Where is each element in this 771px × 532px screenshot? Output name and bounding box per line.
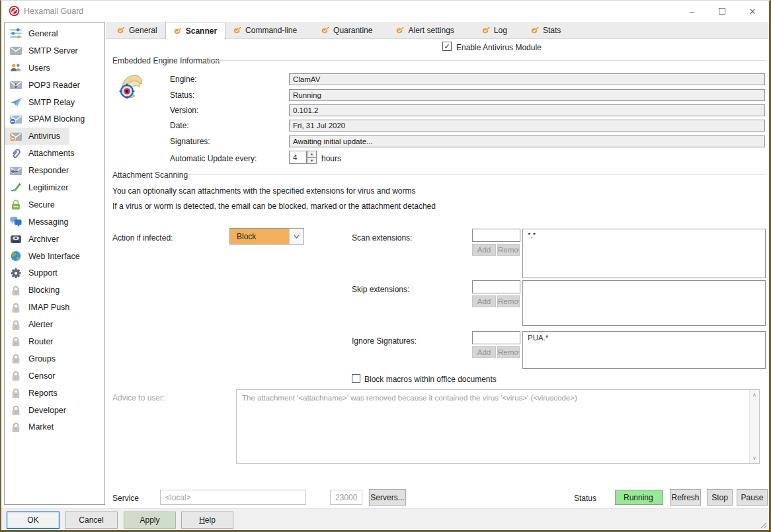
sidebar-item-smtp-server[interactable]: SMTP Server: [5, 42, 104, 59]
sidebar-item-imap-push[interactable]: IMAP Push: [5, 299, 104, 316]
spinner-down-icon[interactable]: ▼: [307, 158, 317, 165]
sidebar-item-users[interactable]: Users: [5, 59, 104, 77]
tab-icon: [396, 26, 404, 34]
cancel-button[interactable]: Cancel: [65, 512, 118, 529]
sidebar-item-web-interface[interactable]: Web Interface: [5, 248, 104, 265]
sidebar-item-secure[interactable]: Secure: [5, 196, 104, 213]
scanning-group-title: Attachment Scanning: [112, 171, 188, 180]
service-port-input[interactable]: 23000: [330, 490, 362, 505]
lock-icon: [9, 422, 22, 433]
sidebar-item-label: SMTP Relay: [28, 98, 75, 107]
ok-button[interactable]: OK: [7, 512, 60, 529]
selected-action: Block: [230, 229, 289, 244]
tab-quarantine[interactable]: Quarantine: [313, 22, 380, 38]
sidebar-item-support[interactable]: Support: [5, 264, 104, 282]
enable-antivirus-checkbox[interactable]: ✓: [442, 42, 452, 51]
sidebar-item-label: Groups: [28, 354, 56, 363]
skip-add-button[interactable]: Add: [472, 295, 496, 307]
envelope-download-icon: [9, 79, 22, 91]
sidebar-item-antivirus[interactable]: Antivirus: [5, 128, 69, 145]
sidebar-item-archiver[interactable]: Archiver: [5, 231, 104, 248]
app-icon: [9, 5, 20, 17]
sidebar-item-developer[interactable]: Developer: [5, 402, 104, 419]
skip-remove-button[interactable]: Remove: [497, 295, 520, 307]
servers-button[interactable]: Servers...: [369, 489, 406, 506]
sidebar-item-responder[interactable]: Responder: [5, 162, 104, 179]
scan-remove-button[interactable]: Remove: [497, 244, 520, 256]
tab-stats[interactable]: Stats: [523, 22, 569, 38]
stop-button[interactable]: Stop: [707, 489, 733, 506]
scan-add-button[interactable]: Add: [472, 244, 496, 256]
sidebar-item-alerter[interactable]: Alerter: [5, 316, 104, 333]
advice-scrollbar[interactable]: ∧ ∨: [749, 390, 759, 463]
sidebar-item-pop3-reader[interactable]: POP3 Reader: [5, 77, 104, 94]
checkbox-check-icon: ✓: [444, 42, 450, 51]
date-label: Date:: [170, 121, 189, 130]
sidebar-item-smtp-relay[interactable]: SMTP Relay: [5, 94, 104, 111]
tab-label: Log: [494, 26, 507, 35]
envelope-reply-icon: [9, 165, 22, 176]
sidebar-item-general[interactable]: General: [5, 25, 104, 42]
scroll-up-icon[interactable]: ∧: [752, 392, 756, 398]
tab-general[interactable]: General: [109, 22, 165, 38]
ignore-add-button[interactable]: Add: [472, 346, 496, 358]
ignore-signatures-list[interactable]: PUA.*: [522, 331, 766, 369]
scan-extensions-input[interactable]: [472, 229, 520, 242]
sidebar-item-spam-blocking[interactable]: SPAM Blocking: [5, 110, 104, 128]
spinner-up-icon[interactable]: ▲: [307, 151, 317, 158]
sidebar-item-router[interactable]: Router: [5, 333, 104, 350]
sidebar-item-attachments[interactable]: Attachments: [5, 145, 104, 162]
scan-extensions-label: Scan extensions:: [352, 233, 412, 243]
advice-textarea[interactable]: The attachment '<attachname>' was remove…: [236, 389, 760, 464]
list-item[interactable]: [523, 281, 765, 285]
ignore-remove-button[interactable]: Remove: [497, 346, 520, 358]
version-label: Version:: [170, 106, 198, 115]
tab-alert-settings[interactable]: Alert settings: [388, 22, 462, 38]
sidebar-item-censor[interactable]: Censor: [5, 367, 104, 385]
refresh-button[interactable]: Refresh: [670, 489, 701, 506]
sidebar-item-legitimizer[interactable]: Legitimizer: [5, 179, 104, 196]
auto-update-input[interactable]: 4: [289, 151, 307, 164]
list-item[interactable]: *.*: [523, 229, 765, 241]
tab-icon: [531, 26, 539, 34]
block-macros-checkbox[interactable]: [352, 374, 360, 383]
maximize-icon: [719, 8, 725, 15]
sidebar-item-label: IMAP Push: [28, 303, 69, 312]
sidebar-item-label: Router: [28, 337, 54, 346]
chat-bubbles-icon: [9, 216, 22, 227]
envelope-block-blue-icon: [9, 114, 22, 125]
scroll-down-icon[interactable]: ∨: [752, 455, 756, 461]
window-title: Hexamail Guard: [24, 7, 83, 16]
minimize-button[interactable]: –: [676, 1, 707, 22]
close-button[interactable]: ✕: [737, 1, 768, 22]
lock-icon: [9, 336, 22, 347]
resize-grip[interactable]: [758, 520, 767, 529]
tab-command-line[interactable]: Command-line: [225, 22, 305, 38]
sidebar-item-messaging[interactable]: Messaging: [5, 213, 104, 231]
envelope-icon: [9, 45, 22, 56]
pause-button[interactable]: Pause: [737, 489, 768, 506]
tab-log[interactable]: Log: [474, 22, 515, 38]
sidebar-item-label: Reports: [28, 389, 58, 398]
scanning-group-line: [186, 174, 766, 175]
sidebar-item-label: Censor: [28, 371, 55, 381]
scan-extensions-list[interactable]: *.*: [522, 229, 766, 278]
sidebar-item-label: Antivirus: [28, 132, 60, 141]
sidebar-item-label: SMTP Server: [28, 46, 78, 56]
skip-extensions-input[interactable]: [472, 280, 520, 293]
sidebar-item-market[interactable]: Market: [5, 418, 104, 436]
action-if-infected-select[interactable]: Block: [229, 228, 304, 245]
maximize-button[interactable]: [707, 1, 737, 22]
ignore-signatures-input[interactable]: [472, 331, 520, 344]
sidebar-item-groups[interactable]: Groups: [5, 350, 104, 367]
sidebar-item-blocking[interactable]: Blocking: [5, 282, 104, 299]
skip-extensions-list[interactable]: [522, 280, 766, 326]
sidebar-item-reports[interactable]: Reports: [5, 385, 104, 402]
advice-to-user-label: Advice to user:: [112, 393, 165, 402]
service-host-input[interactable]: <local>: [160, 490, 306, 505]
scan-description-1: You can optionally scan attachments with…: [112, 186, 415, 196]
list-item[interactable]: PUA.*: [523, 332, 765, 344]
help-button[interactable]: Help: [181, 512, 233, 529]
tab-scanner[interactable]: Scanner: [165, 22, 225, 39]
apply-button[interactable]: Apply: [124, 512, 176, 529]
